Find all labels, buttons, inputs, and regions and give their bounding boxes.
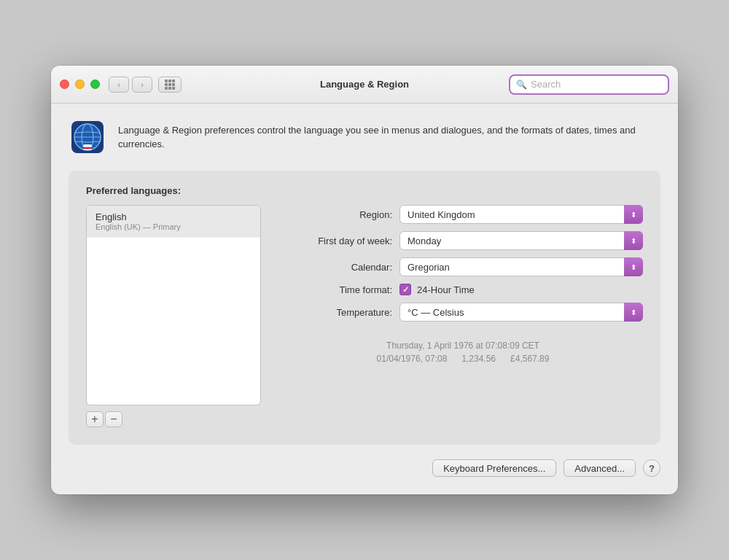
- back-button[interactable]: ‹: [109, 77, 129, 93]
- svg-rect-2: [172, 79, 175, 82]
- svg-rect-8: [172, 87, 175, 90]
- preview-number: 1,234.56: [461, 354, 496, 364]
- first-day-row: First day of week: Monday Sunday Saturda…: [283, 231, 643, 250]
- checkbox-row: ✓ 24-Hour Time: [399, 284, 643, 295]
- svg-rect-6: [165, 87, 168, 90]
- calendar-row: Calendar: Gregorian Buddhist Hebrew Isla…: [283, 257, 643, 276]
- temperature-row: Temperature: °C — Celsius °F — Fahrenhei…: [283, 303, 643, 322]
- region-select[interactable]: United Kingdom United States Australia C…: [399, 205, 643, 224]
- calendar-control: Gregorian Buddhist Hebrew Islamic ⬍: [399, 257, 643, 276]
- advanced-button[interactable]: Advanced...: [564, 459, 636, 477]
- search-box: 🔍: [509, 74, 669, 95]
- svg-rect-5: [172, 83, 175, 86]
- svg-rect-15: [83, 147, 92, 149]
- globe-flag-icon: [69, 118, 106, 156]
- temperature-select-wrapper: °C — Celsius °F — Fahrenheit ⬍: [399, 303, 643, 322]
- language-list-container: English English (UK) — Primary + −: [86, 205, 261, 427]
- search-input[interactable]: [531, 79, 662, 90]
- list-buttons: + −: [86, 411, 261, 427]
- calendar-label: Calendar:: [283, 262, 392, 273]
- svg-rect-7: [168, 87, 171, 90]
- bottom-bar: Keyboard Preferences... Advanced... ?: [69, 459, 660, 477]
- panel-body: English English (UK) — Primary + − Regio…: [86, 205, 643, 427]
- keyboard-prefs-button[interactable]: Keyboard Preferences...: [432, 459, 556, 477]
- preview-area: Thursday, 1 April 1976 at 07:08:09 CET 0…: [283, 341, 643, 364]
- first-day-select-wrapper: Monday Sunday Saturday ⬍: [399, 231, 643, 250]
- close-button[interactable]: [60, 79, 69, 89]
- grid-icon: [164, 79, 176, 90]
- first-day-label: First day of week:: [283, 236, 392, 246]
- remove-language-button[interactable]: −: [105, 411, 122, 427]
- grid-button[interactable]: [158, 77, 182, 93]
- preview-formats: 01/04/1976, 07:08 1,234.56 £4,567.89: [283, 354, 643, 364]
- calendar-select[interactable]: Gregorian Buddhist Hebrew Islamic: [399, 257, 643, 276]
- content-area: Language & Region preferences control th…: [51, 104, 678, 494]
- svg-rect-4: [168, 83, 171, 86]
- nav-buttons: ‹ ›: [109, 77, 152, 93]
- preview-date: Thursday, 1 April 1976 at 07:08:09 CET: [283, 341, 643, 351]
- header-text: Language & Region preferences control th…: [118, 123, 660, 152]
- settings-form: Region: United Kingdom United States Aus…: [283, 205, 643, 427]
- search-icon: 🔍: [516, 79, 527, 90]
- temperature-select[interactable]: °C — Celsius °F — Fahrenheit: [399, 303, 643, 322]
- region-label: Region:: [283, 209, 392, 220]
- region-control: United Kingdom United States Australia C…: [399, 205, 643, 224]
- help-button[interactable]: ?: [643, 459, 660, 477]
- time-format-24h-label: 24-Hour Time: [417, 284, 475, 295]
- header-description: Language & Region preferences control th…: [69, 118, 660, 156]
- region-select-wrapper: United Kingdom United States Australia C…: [399, 205, 643, 224]
- preferred-languages-label: Preferred languages:: [86, 185, 643, 196]
- time-format-row: Time format: ✓ 24-Hour Time: [283, 284, 643, 295]
- checkmark-icon: ✓: [402, 285, 409, 295]
- svg-rect-1: [168, 79, 171, 82]
- first-day-control: Monday Sunday Saturday ⬍: [399, 231, 643, 250]
- temperature-label: Temperature:: [283, 307, 392, 318]
- minimize-button[interactable]: [75, 79, 85, 89]
- language-detail: English (UK) — Primary: [95, 222, 252, 231]
- svg-rect-0: [165, 79, 168, 82]
- titlebar: ‹ › Language & Region 🔍: [51, 66, 678, 104]
- svg-rect-3: [165, 83, 168, 86]
- first-day-select[interactable]: Monday Sunday Saturday: [399, 231, 643, 250]
- language-list: English English (UK) — Primary: [86, 205, 261, 405]
- traffic-lights: [60, 79, 100, 89]
- region-row: Region: United Kingdom United States Aus…: [283, 205, 643, 224]
- preview-short-date: 01/04/1976, 07:08: [377, 354, 448, 364]
- window-title: Language & Region: [320, 79, 409, 90]
- forward-icon: ›: [141, 80, 144, 89]
- preview-currency: £4,567.89: [510, 354, 549, 364]
- list-item[interactable]: English English (UK) — Primary: [87, 206, 260, 238]
- calendar-select-wrapper: Gregorian Buddhist Hebrew Islamic ⬍: [399, 257, 643, 276]
- time-format-control: ✓ 24-Hour Time: [399, 284, 643, 295]
- time-format-label: Time format:: [283, 284, 392, 295]
- time-format-checkbox[interactable]: ✓: [399, 284, 411, 295]
- add-language-button[interactable]: +: [86, 411, 104, 427]
- back-icon: ‹: [117, 80, 120, 89]
- temperature-control: °C — Celsius °F — Fahrenheit ⬍: [399, 303, 643, 322]
- maximize-button[interactable]: [90, 79, 100, 89]
- forward-button[interactable]: ›: [132, 77, 152, 93]
- main-panel: Preferred languages: English English (UK…: [69, 171, 660, 445]
- main-window: ‹ › Language & Region 🔍: [51, 66, 678, 494]
- language-name: English: [95, 211, 252, 222]
